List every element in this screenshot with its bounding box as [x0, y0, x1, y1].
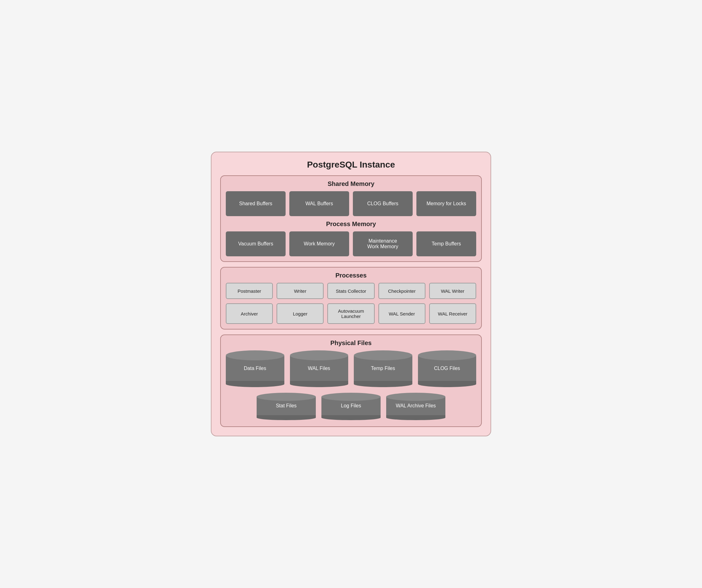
log-files-cylinder: Log Files — [321, 393, 381, 420]
log-files-top — [321, 393, 381, 401]
stats-collector-box: Stats Collector — [327, 283, 374, 299]
temp-files-bottom — [354, 381, 413, 387]
clog-files-top — [418, 350, 476, 360]
wal-archive-files-bottom — [386, 415, 445, 420]
process-memory-row: Vacuum Buffers Work Memory Maintenance W… — [226, 231, 476, 256]
files-row2: Stat Files Log Files WAL Archive Files — [226, 393, 476, 420]
writer-box: Writer — [276, 283, 324, 299]
wal-files-bottom — [290, 381, 349, 387]
wal-buffers-box: WAL Buffers — [289, 191, 349, 216]
wal-files-cylinder: WAL Files — [290, 350, 349, 387]
main-title: PostgreSQL Instance — [220, 160, 482, 170]
shared-memory-title: Shared Memory — [226, 180, 476, 188]
wal-receiver-box: WAL Receiver — [429, 303, 476, 324]
processes-row1: Postmaster Writer Stats Collector Checkp… — [226, 283, 476, 299]
processes-row2: Archiver Logger Autovacuum Launcher WAL … — [226, 303, 476, 324]
checkpointer-box: Checkpointer — [378, 283, 426, 299]
stat-files-top — [257, 393, 316, 401]
wal-files-top — [290, 350, 349, 360]
clog-files-bottom — [418, 381, 476, 387]
shared-memory-section: Shared Memory Shared Buffers WAL Buffers… — [220, 175, 482, 262]
wal-writer-box: WAL Writer — [429, 283, 476, 299]
shared-memory-row: Shared Buffers WAL Buffers CLOG Buffers … — [226, 191, 476, 216]
clog-files-cylinder: CLOG Files — [418, 350, 476, 387]
maintenance-work-memory-box: Maintenance Work Memory — [353, 231, 413, 256]
physical-files-section: Physical Files Data Files WAL Files — [220, 335, 482, 427]
log-files-bottom — [321, 415, 381, 420]
process-memory-title: Process Memory — [226, 221, 476, 228]
processes-title: Processes — [226, 272, 476, 279]
stat-files-cylinder: Stat Files — [257, 393, 316, 420]
temp-buffers-box: Temp Buffers — [417, 231, 476, 256]
logger-box: Logger — [276, 303, 324, 324]
memory-for-locks-box: Memory for Locks — [417, 191, 476, 216]
work-memory-box: Work Memory — [289, 231, 349, 256]
temp-files-cylinder: Temp Files — [354, 350, 413, 387]
temp-files-top — [354, 350, 413, 360]
vacuum-buffers-box: Vacuum Buffers — [226, 231, 285, 256]
shared-buffers-box: Shared Buffers — [226, 191, 285, 216]
physical-files-title: Physical Files — [226, 340, 476, 347]
stat-files-bottom — [257, 415, 316, 420]
wal-sender-box: WAL Sender — [378, 303, 426, 324]
wal-archive-files-top — [386, 393, 445, 401]
clog-buffers-box: CLOG Buffers — [353, 191, 413, 216]
data-files-bottom — [226, 381, 284, 387]
data-files-cylinder: Data Files — [226, 350, 284, 387]
processes-section: Processes Postmaster Writer Stats Collec… — [220, 267, 482, 330]
files-row1: Data Files WAL Files Temp Files — [226, 350, 476, 387]
archiver-box: Archiver — [226, 303, 273, 324]
postgresql-instance-diagram: PostgreSQL Instance Shared Memory Shared… — [211, 152, 491, 436]
data-files-top — [226, 350, 284, 360]
autovacuum-launcher-box: Autovacuum Launcher — [327, 303, 374, 324]
wal-archive-files-cylinder: WAL Archive Files — [386, 393, 445, 420]
postmaster-box: Postmaster — [226, 283, 273, 299]
